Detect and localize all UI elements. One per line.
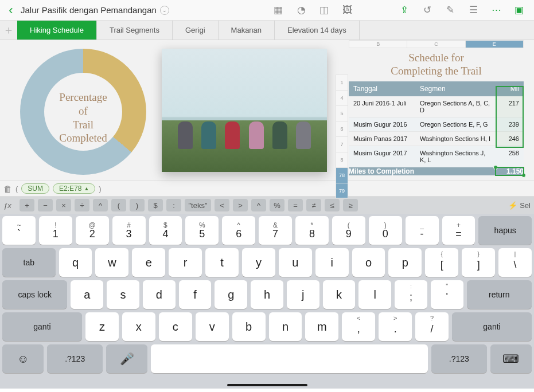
operator-key[interactable]: × <box>56 199 71 211</box>
key-s[interactable]: s <box>107 280 139 309</box>
shift-key-left[interactable]: ganti <box>2 312 82 341</box>
key-,[interactable]: <, <box>342 312 375 341</box>
key-k[interactable]: k <box>323 280 356 309</box>
mic-key[interactable]: 🎤 <box>106 344 147 373</box>
table-icon[interactable]: ▦ <box>270 2 287 19</box>
formula-range-token[interactable]: E2:E78 ▲ <box>53 183 95 194</box>
key-'[interactable]: "' <box>431 280 463 309</box>
fx-icon[interactable]: ƒx <box>3 201 16 210</box>
key-;[interactable]: :; <box>395 280 427 309</box>
key-t[interactable]: t <box>205 248 239 277</box>
filter-icon[interactable]: ☰ <box>465 2 482 19</box>
tab-key[interactable]: tab <box>2 248 56 277</box>
donut-chart[interactable]: Percentage of Trail Completed <box>11 46 155 178</box>
operator-key[interactable]: < <box>215 199 229 211</box>
more-icon[interactable]: ⋯ <box>488 2 505 19</box>
cell-reference-button[interactable]: ⚡ Sel <box>508 201 531 210</box>
capslock-key[interactable]: caps lock <box>2 280 67 309</box>
document-title[interactable]: Jalur Pasifik dengan Pemandangan ⌄ <box>21 5 169 15</box>
key-u[interactable]: u <box>279 248 312 277</box>
key-f[interactable]: f <box>179 280 212 309</box>
key-p[interactable]: p <box>388 248 422 277</box>
selection-handle-icon[interactable] <box>493 165 498 170</box>
key-[[interactable]: {[ <box>425 248 458 277</box>
key-v[interactable]: v <box>196 312 229 341</box>
operator-key[interactable]: ≥ <box>343 199 358 211</box>
undo-icon[interactable]: ↺ <box>419 2 436 19</box>
key--[interactable]: _- <box>406 216 439 245</box>
key-2[interactable]: @2 <box>76 216 109 245</box>
col-e[interactable]: E <box>466 40 524 48</box>
col-c[interactable]: C <box>407 40 465 48</box>
key-/[interactable]: ?/ <box>415 312 449 341</box>
key-h[interactable]: h <box>251 280 283 309</box>
key-e[interactable]: e <box>132 248 165 277</box>
key-5[interactable]: %5 <box>185 216 219 245</box>
key-m[interactable]: m <box>305 312 338 341</box>
key-3[interactable]: #3 <box>112 216 146 245</box>
operator-key[interactable]: ÷ <box>75 199 89 211</box>
key-j[interactable]: j <box>287 280 319 309</box>
dismiss-keyboard-key[interactable]: ⌨ <box>490 344 532 373</box>
key-4[interactable]: $4 <box>149 216 182 245</box>
key-6[interactable]: ^6 <box>222 216 255 245</box>
table-row[interactable]: Musim Gugur 2017Washington Sections J, K… <box>349 146 524 167</box>
key-z[interactable]: z <box>85 312 119 341</box>
emoji-key[interactable]: ☺ <box>2 344 44 373</box>
key-g[interactable]: g <box>215 280 247 309</box>
format-brush-icon[interactable]: ✎ <box>442 2 459 19</box>
alt-key-right[interactable]: .?123 <box>431 344 487 373</box>
key-r[interactable]: r <box>169 248 202 277</box>
key-`[interactable]: ~` <box>2 216 36 245</box>
shape-icon[interactable]: ◫ <box>315 2 333 19</box>
col-b[interactable]: B <box>349 40 407 48</box>
spreadsheet-canvas[interactable]: Percentage of Trail Completed B C E 1 4 … <box>0 40 534 181</box>
operator-key[interactable]: − <box>38 199 53 211</box>
embedded-photo[interactable] <box>162 49 327 172</box>
column-headers[interactable]: B C E <box>349 40 524 48</box>
media-icon[interactable]: 🖼 <box>338 2 356 19</box>
operator-key[interactable]: > <box>233 199 248 211</box>
key-7[interactable]: &7 <box>259 216 292 245</box>
tab-makanan[interactable]: Makanan <box>219 21 275 40</box>
selected-cell[interactable]: 1.150 <box>496 167 524 175</box>
add-sheet-button[interactable]: ＋ <box>0 21 17 40</box>
operator-key[interactable]: $ <box>148 199 163 211</box>
title-dropdown-icon[interactable]: ⌄ <box>160 6 169 15</box>
key-o[interactable]: o <box>352 248 385 277</box>
key-][interactable]: }] <box>462 248 495 277</box>
tab-trail-segments[interactable]: Trail Segments <box>97 21 173 40</box>
selection-handle-icon[interactable] <box>521 173 526 178</box>
delete-formula-icon[interactable]: 🗑 <box>3 184 12 194</box>
chart-icon[interactable]: ◔ <box>293 2 310 19</box>
key-c[interactable]: c <box>159 312 192 341</box>
shift-key-right[interactable]: ganti <box>452 312 532 341</box>
tab-elevation[interactable]: Elevation 14 days <box>275 21 360 40</box>
operator-key[interactable]: "teks" <box>185 199 211 211</box>
key-q[interactable]: q <box>59 248 92 277</box>
key-x[interactable]: x <box>122 312 155 341</box>
table-row[interactable]: 20 Juni 2016-1 JuliOregon Sections A, B,… <box>349 96 524 117</box>
operator-key[interactable]: : <box>166 199 181 211</box>
tab-gerigi[interactable]: Gerigi <box>173 21 219 40</box>
key-w[interactable]: w <box>95 248 128 277</box>
formula-token[interactable]: SUM <box>21 183 49 194</box>
key-b[interactable]: b <box>232 312 266 341</box>
key-9[interactable]: (9 <box>332 216 365 245</box>
key-l[interactable]: l <box>358 280 391 309</box>
key-y[interactable]: y <box>242 248 275 277</box>
key-d[interactable]: d <box>143 280 176 309</box>
operator-key[interactable]: ≤ <box>325 199 340 211</box>
key-\[interactable]: |\ <box>498 248 532 277</box>
key-1[interactable]: !1 <box>39 216 72 245</box>
key-0[interactable]: )0 <box>369 216 402 245</box>
operator-key[interactable]: ^ <box>93 199 108 211</box>
return-key[interactable]: return <box>467 280 532 309</box>
delete-key[interactable]: hapus <box>478 216 532 245</box>
formula-bar[interactable]: 🗑 ( SUM E2:E78 ▲ ) <box>0 181 534 197</box>
schedule-table[interactable]: Schedule for Completing the Trail Tangga… <box>349 48 524 175</box>
tab-hiking-schedule[interactable]: Hiking Schedule <box>17 21 97 40</box>
operator-key[interactable]: ≠ <box>306 199 321 211</box>
operator-key[interactable]: ^ <box>251 199 266 211</box>
alt-key-left[interactable]: .?123 <box>47 344 103 373</box>
